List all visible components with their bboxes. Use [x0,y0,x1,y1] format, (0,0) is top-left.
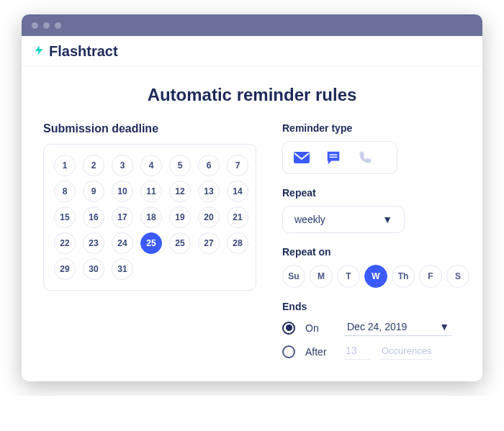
svg-rect-0 [294,152,310,163]
repeat-day-chip[interactable]: S [446,265,469,288]
message-icon[interactable] [325,149,342,166]
calendar-day[interactable]: 9 [83,181,104,202]
window-control-maximize[interactable] [55,22,61,29]
calendar-day[interactable]: 5 [169,155,191,176]
calendar-day[interactable]: 28 [227,232,248,254]
chevron-down-icon: ▼ [382,214,392,225]
calendar-day[interactable]: 14 [227,181,248,202]
calendar: 1234567891011121314151617181920212223242… [43,144,256,291]
ends-options: On Dec 24, 2019 ▼ After 13 Occurences [282,319,469,360]
brand-bolt-icon [33,43,45,60]
ends-after-radio[interactable] [282,345,295,358]
ends-after-unit: Occurences [380,344,433,360]
repeat-value: weekly [294,214,325,225]
brand-bar: Flashtract [22,36,482,66]
calendar-day[interactable]: 6 [198,155,220,176]
calendar-day[interactable]: 22 [54,232,76,254]
calendar-day[interactable]: 23 [83,232,104,254]
ends-after-input[interactable]: 13 [344,343,370,360]
calendar-day[interactable]: 19 [169,207,191,228]
calendar-day[interactable]: 1 [54,155,76,176]
calendar-day[interactable]: 29 [54,258,76,280]
repeat-label: Repeat [282,187,469,199]
calendar-day[interactable]: 27 [198,232,220,254]
repeat-select[interactable]: weekly ▼ [282,206,405,233]
calendar-day[interactable]: 25 [169,232,191,254]
repeat-day-chip[interactable]: T [337,265,360,288]
calendar-day[interactable]: 31 [112,258,133,280]
ends-on-row: On Dec 24, 2019 ▼ [282,319,469,336]
repeat-day-chip[interactable]: M [310,265,333,288]
repeat-day-chip[interactable]: Th [392,265,415,288]
ends-on-radio[interactable] [282,322,295,335]
page-title: Automatic reminder rules [43,85,461,105]
brand-name: Flashtract [49,43,118,60]
chevron-down-icon: ▼ [439,321,449,332]
svg-rect-2 [330,157,338,158]
calendar-day[interactable]: 15 [54,207,76,228]
columns: Submission deadline 12345678910111213141… [43,122,461,360]
calendar-day[interactable]: 20 [198,207,220,228]
calendar-day[interactable]: 24 [112,232,133,254]
repeat-day-chip[interactable]: Su [282,265,305,288]
window-control-minimize[interactable] [43,22,50,29]
repeat-on-days: SuMTWThFS [282,265,469,288]
calendar-day[interactable]: 21 [227,207,248,228]
calendar-day[interactable]: 12 [169,181,191,202]
phone-icon[interactable] [356,149,374,166]
left-column: Submission deadline 12345678910111213141… [43,122,256,360]
ends-on-label: On [305,322,334,334]
calendar-day[interactable]: 13 [198,181,220,202]
ends-after-label: After [305,346,334,358]
repeat-day-chip[interactable]: W [364,265,387,288]
calendar-day[interactable]: 18 [140,207,162,228]
ends-label: Ends [282,301,469,312]
email-icon[interactable] [293,149,310,166]
calendar-day[interactable]: 17 [112,207,133,228]
right-column: Reminder type Repeat weekly ▼ [282,122,469,360]
calendar-grid: 1234567891011121314151617181920212223242… [54,155,246,280]
calendar-day[interactable]: 11 [140,181,162,202]
calendar-day[interactable]: 7 [227,155,248,176]
calendar-day[interactable]: 25 [140,232,162,254]
calendar-day[interactable]: 3 [112,155,133,176]
repeat-day-chip[interactable]: F [419,265,442,288]
reminder-type-group [282,141,397,174]
calendar-day[interactable]: 16 [83,207,104,228]
ends-on-date-select[interactable]: Dec 24, 2019 ▼ [344,319,452,336]
repeat-on-label: Repeat on [282,246,469,258]
calendar-day[interactable]: 4 [140,155,162,176]
reminder-type-label: Reminder type [282,122,469,134]
ends-on-date: Dec 24, 2019 [347,321,407,332]
ends-after-row: After 13 Occurences [282,343,469,360]
calendar-day[interactable]: 8 [54,181,76,202]
content: Automatic reminder rules Submission dead… [22,66,482,381]
calendar-day[interactable]: 2 [83,155,104,176]
calendar-day[interactable]: 10 [112,181,133,202]
deadline-label: Submission deadline [43,122,256,135]
calendar-day[interactable]: 30 [83,258,104,280]
window-titlebar [22,14,482,36]
window-control-close[interactable] [32,22,38,29]
svg-rect-1 [330,154,338,155]
app-window: Flashtract Automatic reminder rules Subm… [22,14,482,381]
